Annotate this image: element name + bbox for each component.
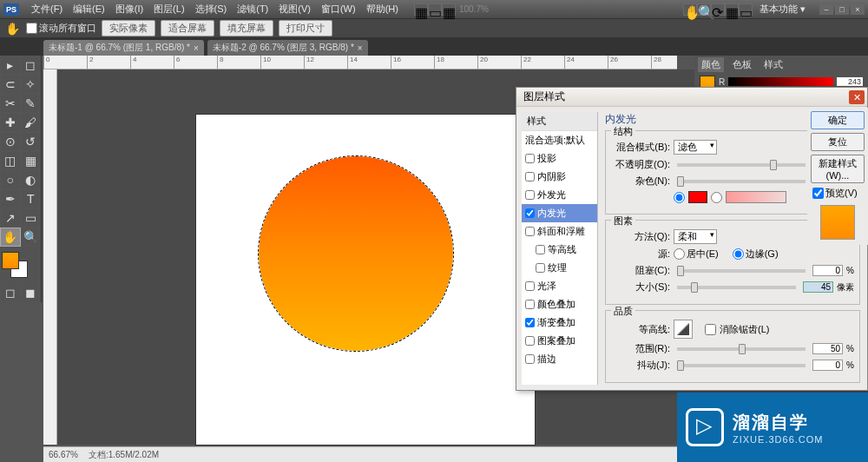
fill-screen-btn[interactable]: 填充屏幕 xyxy=(220,20,273,36)
pen-tool[interactable]: ✒ xyxy=(0,189,21,208)
scroll-all-checkbox[interactable]: 滚动所有窗口 xyxy=(26,22,96,35)
drop-shadow-item[interactable]: 投影 xyxy=(522,149,597,168)
new-style-button[interactable]: 新建样式(W)... xyxy=(811,155,865,183)
preview-checkbox[interactable] xyxy=(812,188,824,199)
glow-gradient-radio[interactable] xyxy=(711,192,722,203)
tab-styles[interactable]: 样式 xyxy=(760,57,786,72)
opacity-slider[interactable] xyxy=(677,163,806,167)
gradient-overlay-item[interactable]: 渐变叠加 xyxy=(522,314,597,332)
heal-tool[interactable]: ✚ xyxy=(0,113,21,132)
menu-view[interactable]: 视图(V) xyxy=(273,3,316,16)
menu-image[interactable]: 图像(I) xyxy=(110,3,148,16)
maximize-btn[interactable]: □ xyxy=(835,4,849,15)
texture-item[interactable]: 纹理 xyxy=(522,259,597,277)
glow-color-radio[interactable] xyxy=(674,192,685,203)
shape-tool[interactable]: ▭ xyxy=(21,208,42,228)
canvas[interactable] xyxy=(196,115,535,445)
color-overlay-item[interactable]: 颜色叠加 xyxy=(522,295,597,314)
type-tool[interactable]: T xyxy=(21,189,42,208)
current-color-swatch[interactable] xyxy=(700,76,715,88)
close-icon[interactable]: × xyxy=(358,43,363,53)
path-tool[interactable]: ↗ xyxy=(0,208,21,228)
history-brush-tool[interactable]: ↺ xyxy=(21,132,42,151)
source-center-radio[interactable]: 居中(E) xyxy=(674,248,719,261)
brush-tool[interactable]: 🖌 xyxy=(21,113,42,132)
r-value[interactable]: 243 xyxy=(837,77,863,86)
edit-quick-mask[interactable]: ◼ xyxy=(21,283,42,302)
range-input[interactable]: 50 xyxy=(812,343,843,354)
contour-picker[interactable] xyxy=(674,320,693,339)
stroke-item[interactable]: 描边 xyxy=(522,350,597,368)
print-size-btn[interactable]: 打印尺寸 xyxy=(279,20,332,36)
actual-pixels-btn[interactable]: 实际像素 xyxy=(102,20,155,36)
bridge-icon[interactable]: ▦ xyxy=(414,3,428,16)
screen-mode-icon[interactable]: ▦ xyxy=(442,3,456,16)
noise-slider[interactable] xyxy=(677,180,806,183)
move-tool[interactable]: ▸ xyxy=(0,56,21,75)
menu-edit[interactable]: 编辑(E) xyxy=(68,3,110,16)
hand-tool-icon[interactable]: ✋ xyxy=(3,21,21,36)
glow-color-chip[interactable] xyxy=(688,191,707,203)
inner-glow-item[interactable]: 内发光 xyxy=(522,204,597,222)
contour-item[interactable]: 等高线 xyxy=(522,241,597,259)
menu-window[interactable]: 窗口(W) xyxy=(316,3,361,16)
menu-select[interactable]: 选择(S) xyxy=(190,3,233,16)
glow-gradient-chip[interactable] xyxy=(726,191,786,203)
pattern-overlay-item[interactable]: 图案叠加 xyxy=(522,332,597,350)
view-extras-icon[interactable]: ▭ xyxy=(428,3,442,16)
foreground-color[interactable] xyxy=(2,252,19,269)
close-icon[interactable]: × xyxy=(194,43,199,53)
blend-options-item[interactable]: 混合选项:默认 xyxy=(522,131,597,149)
blur-tool[interactable]: ○ xyxy=(0,170,21,189)
outer-glow-item[interactable]: 外发光 xyxy=(522,186,597,204)
antialias-checkbox[interactable] xyxy=(705,324,716,335)
source-edge-radio[interactable]: 边缘(G) xyxy=(733,248,779,261)
edit-standard-mode[interactable]: ◻ xyxy=(0,283,21,302)
menu-filter[interactable]: 滤镜(T) xyxy=(232,3,273,16)
rotate-icon[interactable]: ⟳ xyxy=(711,3,725,16)
zoom-icon[interactable]: 🔍 xyxy=(697,3,711,16)
close-btn[interactable]: × xyxy=(851,4,865,15)
inner-shadow-item[interactable]: 内阴影 xyxy=(522,168,597,186)
dialog-title-bar[interactable]: 图层样式 xyxy=(516,88,867,107)
ok-button[interactable]: 确定 xyxy=(811,111,865,129)
jitter-slider[interactable] xyxy=(677,364,806,367)
zoom-tool[interactable]: 🔍 xyxy=(21,228,42,247)
menu-file[interactable]: 文件(F) xyxy=(26,3,68,16)
crop-tool[interactable]: ✂ xyxy=(0,94,21,113)
size-slider[interactable] xyxy=(677,286,796,289)
marquee-tool[interactable]: ◻ xyxy=(21,56,42,75)
choke-input[interactable]: 0 xyxy=(812,265,843,276)
dialog-close-btn[interactable]: ✕ xyxy=(849,90,865,104)
minimize-btn[interactable]: – xyxy=(819,4,833,15)
slider-track[interactable] xyxy=(728,77,833,86)
gradient-tool[interactable]: ▦ xyxy=(21,151,42,170)
choke-slider[interactable] xyxy=(677,269,806,273)
dodge-tool[interactable]: ◐ xyxy=(21,170,42,189)
size-input[interactable]: 45 xyxy=(803,281,833,293)
stamp-tool[interactable]: ⊙ xyxy=(0,132,21,151)
workspace-dropdown[interactable]: 基本功能 ▾ xyxy=(753,3,812,16)
wand-tool[interactable]: ✧ xyxy=(21,75,42,94)
hand-icon[interactable]: ✋ xyxy=(683,3,697,16)
eraser-tool[interactable]: ◫ xyxy=(0,151,21,170)
eyedropper-tool[interactable]: ✎ xyxy=(21,94,42,113)
screen-icon[interactable]: ▭ xyxy=(739,3,753,16)
arrange-icon[interactable]: ▦ xyxy=(725,3,739,16)
doc-tab-2[interactable]: 未标题-2 @ 66.7% (图层 3, RGB/8) *× xyxy=(207,40,368,56)
jitter-input[interactable]: 0 xyxy=(812,360,843,371)
lasso-tool[interactable]: ⊂ xyxy=(0,75,21,94)
cancel-button[interactable]: 复位 xyxy=(811,133,865,151)
status-zoom[interactable]: 66.67% xyxy=(49,450,78,459)
technique-select[interactable]: 柔和 xyxy=(674,229,717,244)
range-slider[interactable] xyxy=(677,347,806,351)
menu-help[interactable]: 帮助(H) xyxy=(361,3,404,16)
blend-mode-select[interactable]: 滤色 xyxy=(674,140,717,155)
hand-tool[interactable]: ✋ xyxy=(0,228,21,247)
tab-color[interactable]: 颜色 xyxy=(698,57,724,72)
bevel-item[interactable]: 斜面和浮雕 xyxy=(522,222,597,241)
zoom-display[interactable]: 100.7% xyxy=(456,4,492,14)
status-docsize[interactable]: 文档:1.65M/2.02M xyxy=(89,449,159,461)
fit-screen-btn[interactable]: 适合屏幕 xyxy=(161,20,214,36)
tab-swatches[interactable]: 色板 xyxy=(729,57,755,72)
